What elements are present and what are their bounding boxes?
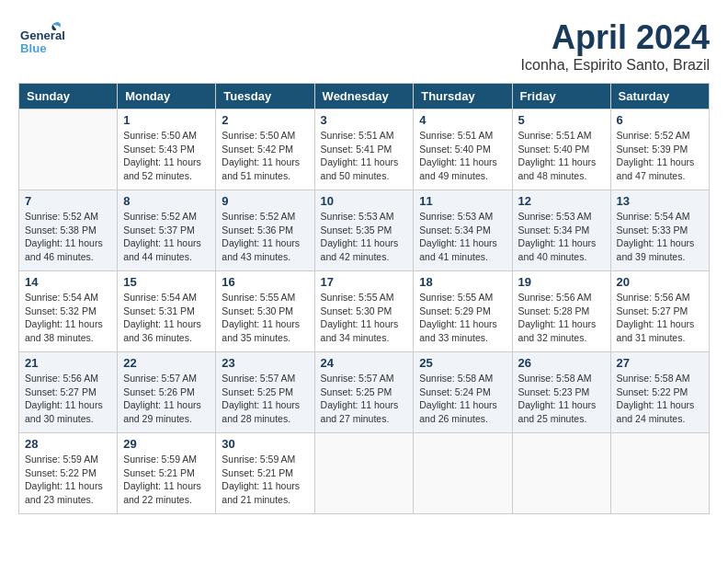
calendar-cell: 5Sunrise: 5:51 AM Sunset: 5:40 PM Daylig… xyxy=(512,109,610,190)
calendar-cell: 4Sunrise: 5:51 AM Sunset: 5:40 PM Daylig… xyxy=(414,109,512,190)
day-info: Sunrise: 5:51 AM Sunset: 5:41 PM Dayligh… xyxy=(321,129,408,183)
calendar-table: SundayMondayTuesdayWednesdayThursdayFrid… xyxy=(18,83,710,514)
day-number: 27 xyxy=(617,356,703,370)
page-header: General Blue April 2024 Iconha, Espirito… xyxy=(18,18,710,74)
day-number: 12 xyxy=(518,194,605,208)
logo: General Blue xyxy=(18,18,64,60)
day-number: 15 xyxy=(123,275,210,289)
day-number: 10 xyxy=(321,194,408,208)
calendar-cell: 11Sunrise: 5:53 AM Sunset: 5:34 PM Dayli… xyxy=(414,190,512,271)
calendar-week-row: 7Sunrise: 5:52 AM Sunset: 5:38 PM Daylig… xyxy=(19,190,710,271)
day-number: 7 xyxy=(25,194,111,208)
day-number: 21 xyxy=(25,356,111,370)
calendar-week-row: 14Sunrise: 5:54 AM Sunset: 5:32 PM Dayli… xyxy=(19,271,710,352)
calendar-cell: 18Sunrise: 5:55 AM Sunset: 5:29 PM Dayli… xyxy=(414,271,512,352)
day-info: Sunrise: 5:53 AM Sunset: 5:34 PM Dayligh… xyxy=(518,210,605,264)
day-info: Sunrise: 5:51 AM Sunset: 5:40 PM Dayligh… xyxy=(518,129,605,183)
column-header-friday: Friday xyxy=(512,84,610,109)
day-info: Sunrise: 5:58 AM Sunset: 5:23 PM Dayligh… xyxy=(518,372,605,426)
day-number: 22 xyxy=(123,356,210,370)
day-info: Sunrise: 5:56 AM Sunset: 5:28 PM Dayligh… xyxy=(518,291,605,345)
calendar-cell: 3Sunrise: 5:51 AM Sunset: 5:41 PM Daylig… xyxy=(314,109,414,190)
day-info: Sunrise: 5:52 AM Sunset: 5:38 PM Dayligh… xyxy=(25,210,111,264)
column-header-tuesday: Tuesday xyxy=(216,84,314,109)
calendar-cell: 20Sunrise: 5:56 AM Sunset: 5:27 PM Dayli… xyxy=(610,271,709,352)
day-number: 6 xyxy=(617,113,703,127)
day-number: 17 xyxy=(321,275,408,289)
day-info: Sunrise: 5:52 AM Sunset: 5:37 PM Dayligh… xyxy=(123,210,210,264)
calendar-cell xyxy=(19,109,118,190)
day-number: 4 xyxy=(419,113,506,127)
svg-text:Blue: Blue xyxy=(20,41,46,55)
day-info: Sunrise: 5:57 AM Sunset: 5:25 PM Dayligh… xyxy=(222,372,308,426)
calendar-cell: 6Sunrise: 5:52 AM Sunset: 5:39 PM Daylig… xyxy=(610,109,709,190)
day-info: Sunrise: 5:53 AM Sunset: 5:35 PM Dayligh… xyxy=(321,210,408,264)
column-header-thursday: Thursday xyxy=(414,84,512,109)
day-number: 25 xyxy=(419,356,506,370)
day-number: 28 xyxy=(25,437,111,451)
day-number: 5 xyxy=(518,113,605,127)
day-number: 16 xyxy=(222,275,308,289)
column-header-wednesday: Wednesday xyxy=(314,84,414,109)
day-number: 19 xyxy=(518,275,605,289)
calendar-cell: 21Sunrise: 5:56 AM Sunset: 5:27 PM Dayli… xyxy=(19,352,118,433)
location: Iconha, Espirito Santo, Brazil xyxy=(521,57,710,74)
svg-text:General: General xyxy=(20,29,64,42)
calendar-cell: 30Sunrise: 5:59 AM Sunset: 5:21 PM Dayli… xyxy=(216,433,314,514)
day-number: 8 xyxy=(123,194,210,208)
column-header-sunday: Sunday xyxy=(19,84,118,109)
calendar-week-row: 21Sunrise: 5:56 AM Sunset: 5:27 PM Dayli… xyxy=(19,352,710,433)
calendar-cell: 14Sunrise: 5:54 AM Sunset: 5:32 PM Dayli… xyxy=(19,271,118,352)
calendar-cell: 23Sunrise: 5:57 AM Sunset: 5:25 PM Dayli… xyxy=(216,352,314,433)
day-info: Sunrise: 5:54 AM Sunset: 5:31 PM Dayligh… xyxy=(123,291,210,345)
day-info: Sunrise: 5:58 AM Sunset: 5:22 PM Dayligh… xyxy=(617,372,703,426)
day-number: 18 xyxy=(419,275,506,289)
day-info: Sunrise: 5:58 AM Sunset: 5:24 PM Dayligh… xyxy=(419,372,506,426)
day-info: Sunrise: 5:54 AM Sunset: 5:33 PM Dayligh… xyxy=(617,210,703,264)
calendar-cell: 28Sunrise: 5:59 AM Sunset: 5:22 PM Dayli… xyxy=(19,433,118,514)
day-info: Sunrise: 5:55 AM Sunset: 5:30 PM Dayligh… xyxy=(321,291,408,345)
day-info: Sunrise: 5:52 AM Sunset: 5:36 PM Dayligh… xyxy=(222,210,308,264)
calendar-cell xyxy=(610,433,709,514)
column-header-monday: Monday xyxy=(118,84,216,109)
calendar-cell: 19Sunrise: 5:56 AM Sunset: 5:28 PM Dayli… xyxy=(512,271,610,352)
day-info: Sunrise: 5:52 AM Sunset: 5:39 PM Dayligh… xyxy=(617,129,703,183)
calendar-cell: 15Sunrise: 5:54 AM Sunset: 5:31 PM Dayli… xyxy=(118,271,216,352)
day-info: Sunrise: 5:57 AM Sunset: 5:26 PM Dayligh… xyxy=(123,372,210,426)
day-info: Sunrise: 5:53 AM Sunset: 5:34 PM Dayligh… xyxy=(419,210,506,264)
calendar-cell xyxy=(314,433,414,514)
day-info: Sunrise: 5:59 AM Sunset: 5:21 PM Dayligh… xyxy=(123,453,210,507)
day-number: 26 xyxy=(518,356,605,370)
calendar-cell xyxy=(512,433,610,514)
day-number: 24 xyxy=(321,356,408,370)
calendar-week-row: 1Sunrise: 5:50 AM Sunset: 5:43 PM Daylig… xyxy=(19,109,710,190)
calendar-cell: 25Sunrise: 5:58 AM Sunset: 5:24 PM Dayli… xyxy=(414,352,512,433)
calendar-cell: 13Sunrise: 5:54 AM Sunset: 5:33 PM Dayli… xyxy=(610,190,709,271)
day-info: Sunrise: 5:50 AM Sunset: 5:42 PM Dayligh… xyxy=(222,129,308,183)
day-info: Sunrise: 5:50 AM Sunset: 5:43 PM Dayligh… xyxy=(123,129,210,183)
month-title: April 2024 xyxy=(521,18,710,57)
day-number: 1 xyxy=(123,113,210,127)
day-number: 2 xyxy=(222,113,308,127)
logo-icon: General Blue xyxy=(18,18,64,60)
day-number: 3 xyxy=(321,113,408,127)
day-number: 29 xyxy=(123,437,210,451)
day-info: Sunrise: 5:56 AM Sunset: 5:27 PM Dayligh… xyxy=(25,372,111,426)
day-number: 30 xyxy=(222,437,308,451)
calendar-cell: 17Sunrise: 5:55 AM Sunset: 5:30 PM Dayli… xyxy=(314,271,414,352)
calendar-week-row: 28Sunrise: 5:59 AM Sunset: 5:22 PM Dayli… xyxy=(19,433,710,514)
day-info: Sunrise: 5:55 AM Sunset: 5:29 PM Dayligh… xyxy=(419,291,506,345)
calendar-cell: 2Sunrise: 5:50 AM Sunset: 5:42 PM Daylig… xyxy=(216,109,314,190)
calendar-cell xyxy=(414,433,512,514)
calendar-cell: 29Sunrise: 5:59 AM Sunset: 5:21 PM Dayli… xyxy=(118,433,216,514)
calendar-cell: 1Sunrise: 5:50 AM Sunset: 5:43 PM Daylig… xyxy=(118,109,216,190)
calendar-cell: 10Sunrise: 5:53 AM Sunset: 5:35 PM Dayli… xyxy=(314,190,414,271)
title-block: April 2024 Iconha, Espirito Santo, Brazi… xyxy=(521,18,710,74)
calendar-header-row: SundayMondayTuesdayWednesdayThursdayFrid… xyxy=(19,84,710,109)
day-number: 13 xyxy=(617,194,703,208)
calendar-cell: 22Sunrise: 5:57 AM Sunset: 5:26 PM Dayli… xyxy=(118,352,216,433)
calendar-cell: 24Sunrise: 5:57 AM Sunset: 5:25 PM Dayli… xyxy=(314,352,414,433)
day-info: Sunrise: 5:59 AM Sunset: 5:22 PM Dayligh… xyxy=(25,453,111,507)
day-info: Sunrise: 5:55 AM Sunset: 5:30 PM Dayligh… xyxy=(222,291,308,345)
day-info: Sunrise: 5:51 AM Sunset: 5:40 PM Dayligh… xyxy=(419,129,506,183)
